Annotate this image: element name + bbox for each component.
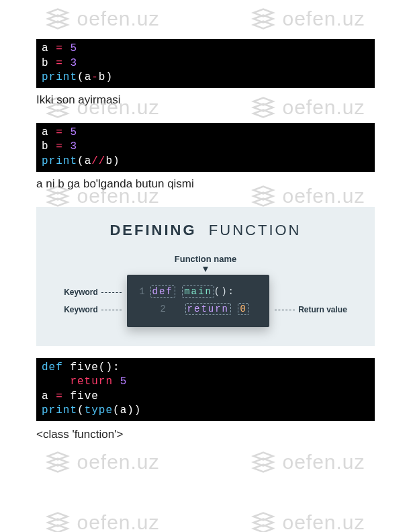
code-token: ( — [77, 71, 85, 83]
watermark-text: oefen.uz — [282, 451, 365, 474]
code-token: = — [56, 140, 63, 152]
left-labels: Keyword Keyword — [64, 283, 127, 318]
function-name-label: Function name — [36, 254, 375, 264]
code-token: ) — [105, 71, 113, 83]
defining-function-diagram: DEFINING FUNCTION Function name Keyword … — [36, 207, 375, 346]
code-token: (): — [99, 361, 120, 373]
code-token: = — [56, 57, 63, 69]
code-token: 5 — [70, 42, 77, 54]
code-token: b — [105, 155, 113, 167]
function-name: main — [182, 285, 214, 298]
code-token: five — [70, 390, 98, 402]
code-token: ) — [113, 155, 120, 167]
code-token: 3 — [70, 140, 77, 152]
code-token: a — [42, 126, 49, 138]
code-token: return — [70, 375, 113, 388]
code-token: five — [70, 361, 98, 373]
code-block-1: a = 5 b = 3 print(a-b) — [36, 39, 375, 88]
keyword-def: def — [150, 285, 175, 298]
caption-1: Ikki son ayirmasi — [36, 93, 375, 107]
code-token: 5 — [120, 375, 128, 388]
code-block-2: a = 5 b = 3 print(a//b) — [36, 123, 375, 172]
return-value: 0 — [238, 303, 248, 315]
diagram-body: Keyword Keyword 1def main(): 2 return 0 … — [36, 275, 375, 327]
arrow-down-icon — [203, 267, 208, 272]
code-token: 5 — [70, 126, 77, 138]
code-token: = — [56, 126, 63, 138]
code-preview-box: 1def main(): 2 return 0 — [127, 275, 269, 327]
parens: (): — [214, 286, 235, 297]
code-token: ) — [127, 404, 134, 416]
code-token: ( — [77, 404, 85, 416]
keyword-label: Keyword — [64, 287, 98, 297]
code-token: - — [91, 71, 99, 83]
code-token: def — [42, 361, 63, 373]
line-number: 2 — [160, 304, 167, 314]
dash-connector-icon — [101, 310, 122, 310]
code-token: a — [42, 42, 49, 54]
code-token: print — [42, 155, 77, 167]
page-content: a = 5 b = 3 print(a-b) Ikki son ayirmasi… — [0, 0, 411, 441]
dash-connector-icon — [275, 310, 295, 310]
return-value-label: Return value — [298, 305, 347, 314]
code-token: print — [42, 404, 77, 416]
code-token: a — [42, 390, 49, 402]
keyword-label: Keyword — [64, 305, 98, 314]
code-token: b — [42, 140, 49, 152]
code-token: = — [56, 390, 63, 402]
code-block-3: def five(): return 5 a = five print(type… — [36, 358, 375, 421]
code-token: a — [85, 71, 92, 83]
code-token: print — [42, 71, 77, 83]
line-number: 1 — [139, 286, 146, 297]
keyword-return: return — [185, 303, 231, 315]
code-token: ) — [134, 404, 142, 416]
code-token: b — [99, 71, 106, 83]
watermark-text: oefen.uz — [77, 451, 159, 474]
watermark-text: oefen.uz — [77, 511, 159, 532]
code-token: ( — [113, 404, 120, 416]
code-token: 3 — [70, 57, 77, 69]
caption-2: a ni b ga bo'lganda butun qismi — [36, 177, 375, 191]
diagram-title: DEFINING FUNCTION — [36, 222, 375, 239]
code-token: = — [56, 42, 63, 54]
code-token: a — [120, 404, 128, 416]
code-token: // — [91, 155, 105, 167]
right-labels: Return value — [269, 283, 347, 318]
code-token: a — [85, 155, 92, 167]
code-token: ( — [77, 155, 85, 167]
diagram-title-thin: FUNCTION — [209, 222, 302, 238]
caption-3: <class 'function'> — [36, 428, 375, 441]
watermark-text: oefen.uz — [282, 511, 365, 532]
diagram-title-bold: DEFINING — [109, 222, 196, 238]
code-token: type — [85, 404, 113, 416]
code-token: b — [42, 57, 49, 69]
dash-connector-icon — [101, 292, 122, 293]
